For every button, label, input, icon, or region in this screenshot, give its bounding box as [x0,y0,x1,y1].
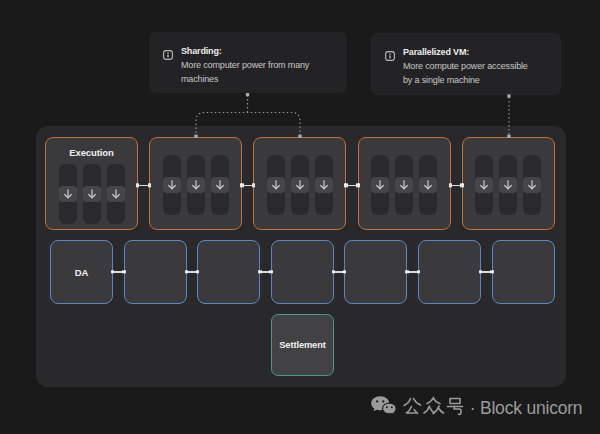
diagram-panel: Execution DA Settlement [36,126,566,387]
down-arrow-chip [163,177,181,193]
lane-pill [163,155,181,215]
down-arrow-icon [398,179,410,191]
down-arrow-icon [110,188,122,200]
connector-endpoint [449,184,452,187]
pill-group [59,164,125,224]
node-connector [240,185,255,186]
tooltip-line: machines [181,72,309,86]
pill-group [163,155,229,215]
connector-endpoint [460,184,463,187]
connector-endpoint [240,184,243,187]
canvas: Sharding: More computer power from many … [0,0,600,434]
da-label: DA [51,267,112,278]
lane-pill [83,164,101,224]
lane-pill [187,155,205,215]
da-box: DA [50,240,113,304]
connector-endpoint [122,270,125,273]
connector-endpoint [185,270,188,273]
node-connector [332,271,347,272]
down-arrow-icon [166,179,178,191]
lane-pill [107,164,125,224]
tooltip-line: More computer power from many [181,58,309,72]
node-connector [405,271,420,272]
down-arrow-chip [419,177,437,193]
execution-shard-box-4 [462,137,555,230]
lane-pill [315,155,333,215]
down-arrow-chip [211,177,229,193]
lane-pill [267,155,285,215]
down-arrow-icon [190,179,202,191]
tooltip-parallelized-vm: Parallelized VM: More compute power acce… [371,33,561,95]
da-chain-box-5 [418,240,481,304]
connector-endpoint [356,184,359,187]
da-chain-box-1 [124,240,187,304]
down-arrow-chip [291,177,309,193]
execution-shard-box-1 [149,137,242,230]
node-connector [136,185,151,186]
tooltip-text: Sharding: More computer power from many … [181,44,309,86]
da-chain-box-3 [271,240,334,304]
node-connector [449,185,464,186]
lane-pill [59,164,77,224]
down-arrow-chip [83,186,101,202]
watermark: · Block unicorn [370,394,582,422]
info-icon [385,47,395,65]
down-arrow-icon [270,179,282,191]
node-connector [111,271,126,272]
node-connector [185,271,200,272]
connector-endpoint [269,270,272,273]
lane-pill [211,155,229,215]
pill-group [371,155,437,215]
connector-endpoint [405,270,408,273]
tooltip-sharding: Sharding: More computer power from many … [149,32,347,93]
lane-pill [395,155,413,215]
connector-endpoint [196,270,199,273]
down-arrow-chip [59,186,77,202]
down-arrow-icon [422,179,434,191]
down-arrow-chip [107,186,125,202]
execution-label: Execution [46,147,137,158]
down-arrow-chip [523,177,541,193]
down-arrow-chip [395,177,413,193]
down-arrow-icon [526,179,538,191]
down-arrow-icon [374,179,386,191]
connector-endpoint [111,270,114,273]
da-chain-box-2 [197,240,260,304]
node-connector [479,271,494,272]
watermark-latin-text: · Block unicorn [465,398,582,419]
lane-pill [475,155,493,215]
node-connector [258,271,273,272]
connector-endpoint [490,270,493,273]
lane-pill [371,155,389,215]
down-arrow-chip [187,177,205,193]
connector-endpoint [258,270,261,273]
tooltip-text: Parallelized VM: More compute power acce… [403,45,528,87]
watermark-cjk [402,396,465,421]
down-arrow-icon [214,179,226,191]
settlement-box: Settlement [271,314,334,376]
tooltip-title: Sharding: [181,44,309,58]
da-chain-box-4 [344,240,407,304]
connector-endpoint [332,270,335,273]
pill-group [267,155,333,215]
connector-endpoint [417,270,420,273]
lane-pill [499,155,517,215]
connector-endpoint [344,184,347,187]
lane-pill [291,155,309,215]
settlement-label: Settlement [279,340,326,350]
tooltip-line: by a single machine [403,73,528,87]
lane-pill [419,155,437,215]
connector-endpoint [136,184,139,187]
da-chain-box-6 [492,240,555,304]
execution-shard-box-3 [358,137,451,230]
down-arrow-icon [62,188,74,200]
down-arrow-icon [318,179,330,191]
down-arrow-icon [502,179,514,191]
down-arrow-chip [315,177,333,193]
down-arrow-chip [371,177,389,193]
execution-box: Execution [45,137,138,230]
tooltip-title: Parallelized VM: [403,45,528,59]
tooltip-line: More compute power accessible [403,59,528,73]
connector-endpoint [343,270,346,273]
connector-endpoint [252,184,255,187]
